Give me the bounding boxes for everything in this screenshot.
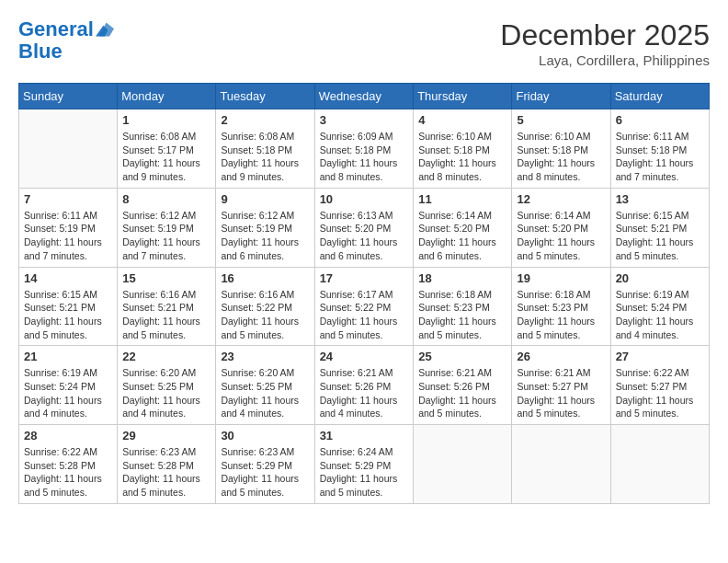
day-number: 27	[616, 350, 704, 363]
day-info: Sunrise: 6:12 AMSunset: 5:19 PMDaylight:…	[221, 209, 309, 263]
day-number: 7	[24, 192, 112, 206]
logo-icon	[96, 20, 114, 39]
day-info: Sunrise: 6:14 AMSunset: 5:20 PMDaylight:…	[517, 209, 605, 263]
logo-text: General	[18, 18, 94, 40]
day-info: Sunrise: 6:21 AMSunset: 5:26 PMDaylight:…	[418, 366, 506, 420]
month-title: December 2025	[500, 18, 710, 52]
day-info: Sunrise: 6:19 AMSunset: 5:24 PMDaylight:…	[24, 366, 112, 420]
calendar-cell: 25Sunrise: 6:21 AMSunset: 5:26 PMDayligh…	[414, 346, 512, 425]
day-info: Sunrise: 6:22 AMSunset: 5:27 PMDaylight:…	[616, 366, 704, 420]
calendar-cell	[512, 425, 610, 504]
weekday-header-wednesday: Wednesday	[314, 84, 414, 109]
title-block: December 2025 Laya, Cordillera, Philippi…	[500, 18, 710, 68]
logo: General Blue	[18, 18, 114, 63]
calendar-cell	[414, 425, 512, 504]
calendar-cell: 4Sunrise: 6:10 AMSunset: 5:18 PMDaylight…	[414, 109, 512, 189]
weekday-header-sunday: Sunday	[19, 84, 118, 109]
calendar-cell: 9Sunrise: 6:12 AMSunset: 5:19 PMDaylight…	[216, 188, 314, 267]
calendar-cell: 23Sunrise: 6:20 AMSunset: 5:25 PMDayligh…	[216, 346, 314, 425]
calendar-cell: 27Sunrise: 6:22 AMSunset: 5:27 PMDayligh…	[610, 346, 709, 425]
day-info: Sunrise: 6:18 AMSunset: 5:23 PMDaylight:…	[418, 288, 506, 342]
week-row-2: 14Sunrise: 6:15 AMSunset: 5:21 PMDayligh…	[19, 267, 710, 346]
day-info: Sunrise: 6:23 AMSunset: 5:28 PMDaylight:…	[122, 445, 210, 500]
day-number: 4	[418, 113, 506, 127]
calendar-cell: 31Sunrise: 6:24 AMSunset: 5:29 PMDayligh…	[314, 425, 414, 504]
day-info: Sunrise: 6:20 AMSunset: 5:25 PMDaylight:…	[122, 366, 210, 420]
day-number: 5	[517, 113, 605, 127]
weekday-header-row: SundayMondayTuesdayWednesdayThursdayFrid…	[19, 84, 710, 109]
day-number: 2	[221, 113, 309, 127]
day-info: Sunrise: 6:12 AMSunset: 5:19 PMDaylight:…	[122, 209, 210, 263]
calendar-cell: 1Sunrise: 6:08 AMSunset: 5:17 PMDaylight…	[118, 109, 216, 189]
weekday-header-tuesday: Tuesday	[216, 84, 314, 109]
calendar-cell: 21Sunrise: 6:19 AMSunset: 5:24 PMDayligh…	[19, 346, 118, 425]
calendar-cell	[19, 109, 118, 189]
day-number: 17	[320, 271, 409, 285]
day-number: 3	[320, 113, 409, 127]
day-number: 10	[320, 192, 409, 206]
day-number: 29	[122, 429, 210, 442]
day-info: Sunrise: 6:08 AMSunset: 5:18 PMDaylight:…	[221, 130, 309, 184]
day-number: 15	[122, 271, 210, 285]
day-info: Sunrise: 6:13 AMSunset: 5:20 PMDaylight:…	[320, 209, 409, 263]
calendar-cell: 11Sunrise: 6:14 AMSunset: 5:20 PMDayligh…	[414, 188, 512, 267]
day-info: Sunrise: 6:10 AMSunset: 5:18 PMDaylight:…	[517, 130, 605, 184]
week-row-1: 7Sunrise: 6:11 AMSunset: 5:19 PMDaylight…	[19, 188, 710, 267]
week-row-3: 21Sunrise: 6:19 AMSunset: 5:24 PMDayligh…	[19, 346, 710, 425]
day-number: 31	[320, 429, 409, 442]
calendar-cell: 6Sunrise: 6:11 AMSunset: 5:18 PMDaylight…	[610, 109, 709, 189]
weekday-header-monday: Monday	[118, 84, 216, 109]
day-number: 6	[616, 113, 704, 127]
day-info: Sunrise: 6:21 AMSunset: 5:27 PMDaylight:…	[517, 366, 605, 420]
calendar-cell: 7Sunrise: 6:11 AMSunset: 5:19 PMDaylight…	[19, 188, 118, 267]
day-number: 30	[221, 429, 309, 442]
day-info: Sunrise: 6:15 AMSunset: 5:21 PMDaylight:…	[616, 209, 704, 263]
day-info: Sunrise: 6:11 AMSunset: 5:18 PMDaylight:…	[616, 130, 704, 184]
calendar-cell: 15Sunrise: 6:16 AMSunset: 5:21 PMDayligh…	[118, 267, 216, 346]
day-number: 11	[418, 192, 506, 206]
day-number: 13	[616, 192, 704, 206]
calendar-cell: 22Sunrise: 6:20 AMSunset: 5:25 PMDayligh…	[118, 346, 216, 425]
day-number: 16	[221, 271, 309, 285]
calendar-cell: 24Sunrise: 6:21 AMSunset: 5:26 PMDayligh…	[314, 346, 414, 425]
day-number: 28	[24, 429, 112, 442]
day-number: 20	[616, 271, 704, 285]
day-info: Sunrise: 6:17 AMSunset: 5:22 PMDaylight:…	[320, 288, 409, 342]
calendar-cell: 28Sunrise: 6:22 AMSunset: 5:28 PMDayligh…	[19, 425, 118, 504]
calendar-cell: 5Sunrise: 6:10 AMSunset: 5:18 PMDaylight…	[512, 109, 610, 189]
day-info: Sunrise: 6:16 AMSunset: 5:21 PMDaylight:…	[122, 288, 210, 342]
logo-blue-text: Blue	[18, 40, 114, 63]
calendar-cell: 8Sunrise: 6:12 AMSunset: 5:19 PMDaylight…	[118, 188, 216, 267]
calendar-table: SundayMondayTuesdayWednesdayThursdayFrid…	[18, 83, 710, 504]
weekday-header-thursday: Thursday	[414, 84, 512, 109]
page-header: General Blue December 2025 Laya, Cordill…	[18, 18, 710, 68]
day-number: 14	[24, 271, 112, 285]
day-number: 26	[517, 350, 605, 363]
day-info: Sunrise: 6:10 AMSunset: 5:18 PMDaylight:…	[418, 130, 506, 184]
calendar-cell: 18Sunrise: 6:18 AMSunset: 5:23 PMDayligh…	[414, 267, 512, 346]
day-info: Sunrise: 6:22 AMSunset: 5:28 PMDaylight:…	[24, 445, 112, 500]
day-info: Sunrise: 6:14 AMSunset: 5:20 PMDaylight:…	[418, 209, 506, 263]
day-info: Sunrise: 6:18 AMSunset: 5:23 PMDaylight:…	[517, 288, 605, 342]
location-subtitle: Laya, Cordillera, Philippines	[500, 52, 710, 68]
calendar-body: 1Sunrise: 6:08 AMSunset: 5:17 PMDaylight…	[19, 109, 710, 504]
calendar-cell: 17Sunrise: 6:17 AMSunset: 5:22 PMDayligh…	[314, 267, 414, 346]
day-info: Sunrise: 6:08 AMSunset: 5:17 PMDaylight:…	[122, 130, 210, 184]
calendar-cell: 19Sunrise: 6:18 AMSunset: 5:23 PMDayligh…	[512, 267, 610, 346]
calendar-cell: 12Sunrise: 6:14 AMSunset: 5:20 PMDayligh…	[512, 188, 610, 267]
day-info: Sunrise: 6:11 AMSunset: 5:19 PMDaylight:…	[24, 209, 112, 263]
calendar-cell: 16Sunrise: 6:16 AMSunset: 5:22 PMDayligh…	[216, 267, 314, 346]
day-number: 18	[418, 271, 506, 285]
day-number: 1	[122, 113, 210, 127]
day-info: Sunrise: 6:15 AMSunset: 5:21 PMDaylight:…	[24, 288, 112, 342]
calendar-cell: 14Sunrise: 6:15 AMSunset: 5:21 PMDayligh…	[19, 267, 118, 346]
calendar-cell: 20Sunrise: 6:19 AMSunset: 5:24 PMDayligh…	[610, 267, 709, 346]
calendar-cell: 29Sunrise: 6:23 AMSunset: 5:28 PMDayligh…	[118, 425, 216, 504]
day-number: 23	[221, 350, 309, 363]
day-info: Sunrise: 6:09 AMSunset: 5:18 PMDaylight:…	[320, 130, 409, 184]
calendar-cell	[610, 425, 709, 504]
day-number: 12	[517, 192, 605, 206]
day-info: Sunrise: 6:16 AMSunset: 5:22 PMDaylight:…	[221, 288, 309, 342]
day-info: Sunrise: 6:20 AMSunset: 5:25 PMDaylight:…	[221, 366, 309, 420]
calendar-cell: 3Sunrise: 6:09 AMSunset: 5:18 PMDaylight…	[314, 109, 414, 189]
